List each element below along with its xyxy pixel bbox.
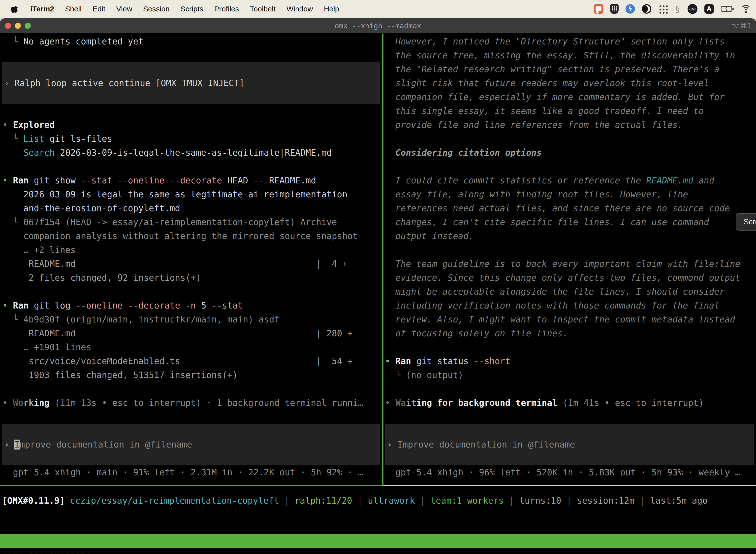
terminal-line xyxy=(385,132,755,146)
screen-tooltip[interactable]: Scre xyxy=(736,213,756,231)
terminal-line: slight risk that future readers may over… xyxy=(385,76,755,90)
terminal-line xyxy=(2,285,381,298)
ralph-inject-box: › Ralph loop active continue [OMX_TMUX_I… xyxy=(2,62,380,104)
terminal-line: essay file, along with finding root file… xyxy=(385,187,755,201)
menu-item-profiles[interactable]: Profiles xyxy=(214,5,239,13)
chat-app-icon[interactable] xyxy=(594,4,603,14)
terminal-line: this single essay, it seems like a good … xyxy=(385,104,755,118)
left-pane-transcript: • Explored └ List git ls-files Search 20… xyxy=(2,104,381,410)
terminal-line xyxy=(2,160,381,173)
right-pane-transcript: However, I noticed the "Directory Struct… xyxy=(385,35,755,410)
terminal-line: … +2 lines xyxy=(2,243,381,257)
menu-item-shell[interactable]: Shell xyxy=(65,5,82,13)
terminal-line: However, I noticed the "Directory Struct… xyxy=(385,35,755,48)
terminal-line: of focusing solely on file lines. xyxy=(385,326,755,340)
terminal-line: companion file, especially if more comme… xyxy=(385,90,755,104)
terminal-line: I could cite commit statistics or refere… xyxy=(385,173,755,187)
tmux-session-name[interactable]: [omx-cczip0:bash* xyxy=(2,548,91,554)
battery-percent-icon[interactable]: ..61 xyxy=(688,4,697,14)
squiggle-icon[interactable]: § xyxy=(675,3,681,14)
menu-item-toolbelt[interactable]: Toolbelt xyxy=(250,5,275,13)
menu-status-icons: ϟ§..61Aϟ xyxy=(594,0,751,18)
terminal-line: 1903 files changed, 513517 insertions(+) xyxy=(2,368,381,382)
blue-bolt-icon[interactable]: ϟ xyxy=(626,4,635,14)
terminal-line: Considering citation options xyxy=(385,146,755,160)
terminal-line: src/voice/voiceModeEnabled.ts | 54 + xyxy=(2,354,381,368)
terminal-line: gpt-5.4 xhigh · main · 91% left · 2.31M … xyxy=(2,465,381,479)
terminal-line: [OMX#0.11.9] cczip/essay/ai-reimplementa… xyxy=(2,494,756,508)
menu-item-edit[interactable]: Edit xyxy=(92,5,106,13)
window-titlebar[interactable]: omx --xhigh --madmax ⌥⌘1 xyxy=(0,18,756,33)
terminal-line: • Working (11m 13s • esc to interrupt) ·… xyxy=(2,396,381,410)
tmux-status-bar: [omx-cczip0:bash* "MacBook-Pro-44.local"… xyxy=(0,534,756,548)
terminal-line: gpt-5.4 xhigh · 96% left · 520K in · 5.8… xyxy=(385,465,754,479)
menu-item-help[interactable]: Help xyxy=(324,5,339,13)
keyboard-shield-icon[interactable] xyxy=(610,4,619,14)
terminal-line: README.md | 4 + xyxy=(2,257,381,271)
terminal-line: Search 2026-03-09-is-legal-the-same-as-l… xyxy=(2,146,381,160)
terminal-line xyxy=(2,382,381,396)
terminal-line: … +1901 lines xyxy=(2,340,381,354)
terminal-line: • Waiting for background terminal (1m 41… xyxy=(385,396,755,410)
terminal-line xyxy=(385,160,755,173)
terminal-line: └ No agents completed yet xyxy=(2,35,381,48)
terminal-line: • Ran git log --oneline --decorate -n 5 … xyxy=(2,298,381,313)
menu-bar: iTerm2ShellEditViewSessionScriptsProfile… xyxy=(0,0,756,18)
right-prompt-input[interactable]: › Improve documentation in @filename xyxy=(385,424,754,465)
terminal-line: review. Also, I might want to inspect th… xyxy=(385,313,755,326)
terminal-line: └ 067f154 (HEAD -> essay/ai-reimplementa… xyxy=(2,215,381,229)
menu-item-view[interactable]: View xyxy=(116,5,132,13)
close-button[interactable] xyxy=(5,23,11,29)
terminal-line: evidence. Since this change only affects… xyxy=(385,271,755,285)
terminal-line: might be acceptable alongside the file l… xyxy=(385,285,755,298)
terminal-line: └ (no output) xyxy=(385,368,755,382)
terminal-line xyxy=(385,340,755,354)
terminal-line: The team guideline is to back every impo… xyxy=(385,257,755,271)
terminal-line: 2026-03-09-is-legal-the-same-as-legitima… xyxy=(2,187,381,201)
right-status-line: gpt-5.4 xhigh · 96% left · 520K in · 5.8… xyxy=(385,465,754,479)
ralph-inject-line: › Ralph loop active continue [OMX_TMUX_I… xyxy=(4,76,244,90)
left-prompt-input[interactable]: › Improve documentation in @filename xyxy=(2,424,380,465)
window-shortcut-badge: ⌥⌘1 xyxy=(731,18,752,33)
window-title: omx --xhigh --madmax xyxy=(74,18,682,33)
terminal-line: › Ralph loop active continue [OMX_TMUX_I… xyxy=(4,76,244,90)
terminal-line: README.md | 280 + xyxy=(2,326,381,340)
menu-item-session[interactable]: Session xyxy=(143,5,170,13)
terminal-line xyxy=(385,382,755,396)
menu-items: iTerm2ShellEditViewSessionScriptsProfile… xyxy=(30,5,350,13)
terminal-line: changes, I can't cite specific file line… xyxy=(385,215,755,229)
menu-item-scripts[interactable]: Scripts xyxy=(181,5,203,13)
input-source-icon[interactable]: A xyxy=(704,4,714,14)
right-input-line: › Improve documentation in @filename xyxy=(387,438,575,451)
zoom-button[interactable] xyxy=(25,23,31,29)
crescent-app-icon[interactable] xyxy=(642,4,651,14)
terminal-line: including verification notes with those … xyxy=(385,298,755,313)
left-status-line: gpt-5.4 xhigh · main · 91% left · 2.31M … xyxy=(2,465,381,479)
iterm-window: omx --xhigh --madmax ⌥⌘1 └ No agents com… xyxy=(0,18,756,554)
terminal-line: › Improve documentation in @filename xyxy=(387,438,575,451)
terminal-line: • Ran git show --stat --oneline --decora… xyxy=(2,173,381,187)
terminal-line xyxy=(385,243,755,257)
apple-icon[interactable] xyxy=(11,5,19,13)
wifi-icon[interactable] xyxy=(741,5,751,13)
terminal-line: • Explored xyxy=(2,118,381,132)
menu-item-iterm2[interactable]: iTerm2 xyxy=(30,5,54,13)
terminal-line xyxy=(2,104,381,118)
terminal-line: └ List git ls-files xyxy=(2,132,381,146)
pane-divider[interactable] xyxy=(382,34,383,486)
right-pane-border xyxy=(383,485,756,486)
terminal-line: companion analysis without altering the … xyxy=(2,229,381,243)
left-pane-scrollback-top: └ No agents completed yet xyxy=(2,35,381,48)
left-input-line: › Improve documentation in @filename xyxy=(4,438,192,451)
terminal-line: references need actual files, and since … xyxy=(385,201,755,215)
left-pane-border xyxy=(0,485,383,486)
menu-item-window[interactable]: Window xyxy=(287,5,313,13)
terminal-line: output instead. xyxy=(385,229,755,243)
traffic-lights xyxy=(5,23,31,29)
terminal-line: the "Related research writing" section i… xyxy=(385,62,755,76)
battery-icon[interactable]: ϟ xyxy=(721,6,732,12)
minimize-button[interactable] xyxy=(15,23,21,29)
terminal-line: • Ran git status --short xyxy=(385,354,755,368)
omx-status-bar: [OMX#0.11.9] cczip/essay/ai-reimplementa… xyxy=(2,494,756,508)
dots-grid-icon[interactable] xyxy=(658,4,668,14)
